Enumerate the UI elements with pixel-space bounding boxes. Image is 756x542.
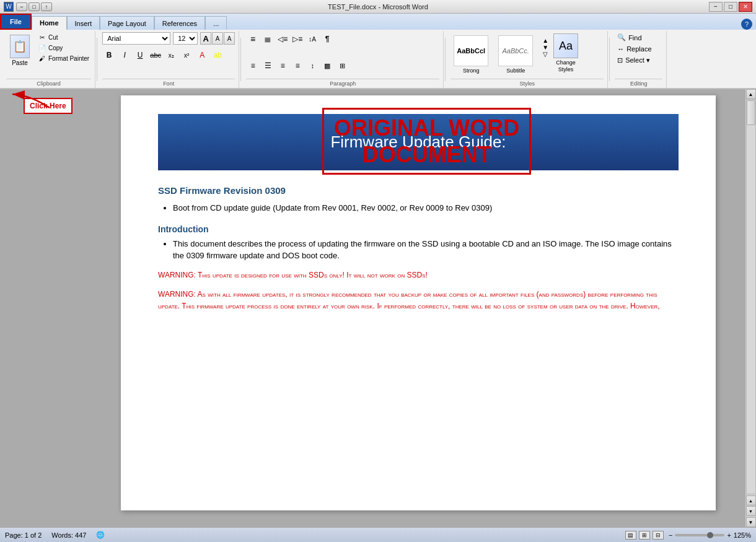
shrink-font-btn[interactable]: A — [212, 32, 223, 45]
outdent-btn[interactable]: ◁≡ — [276, 32, 289, 46]
restore-btn[interactable]: □ — [29, 2, 40, 11]
grow-font-btn[interactable]: A — [200, 32, 211, 45]
zoom-thumb — [707, 532, 713, 538]
justify-btn[interactable]: ≡ — [291, 59, 304, 72]
change-styles-button[interactable]: Aa ChangeStyles — [552, 32, 579, 74]
underline-button[interactable]: U — [133, 48, 147, 62]
show-para-btn[interactable]: ¶ — [320, 32, 334, 46]
tab-page-layout[interactable]: Page Layout — [100, 16, 154, 30]
scroll-down-small[interactable]: ▼ — [746, 506, 756, 516]
align-right-btn[interactable]: ≡ — [276, 59, 289, 72]
border-btn[interactable]: ⊞ — [335, 59, 349, 72]
font-size-select[interactable]: 12 — [173, 32, 198, 45]
paste-button[interactable]: 📋 Paste — [6, 32, 33, 77]
status-right: ▤ ⊞ ⊟ − + 125% — [625, 531, 751, 540]
bullets-btn[interactable]: ≡ — [246, 32, 260, 46]
tab-insert[interactable]: Insert — [67, 16, 100, 30]
highlight-btn[interactable]: ab — [211, 48, 224, 62]
format-painter-label: Format Painter — [48, 55, 89, 62]
font-size-btns: A A A — [200, 32, 235, 45]
select-label: Select ▾ — [625, 56, 650, 64]
align-left-btn[interactable]: ≡ — [246, 59, 260, 72]
web-layout-btn[interactable]: ⊟ — [653, 531, 664, 540]
replace-button[interactable]: ↔ Replace — [615, 44, 654, 54]
help-btn[interactable]: ? — [741, 19, 752, 30]
replace-icon: ↔ — [617, 45, 624, 53]
win-maximize-btn[interactable]: □ — [724, 2, 737, 12]
numbering-btn[interactable]: ≣ — [261, 32, 275, 46]
title-bar-left: W − □ ↑ — [4, 2, 52, 12]
left-panel: Click Here — [0, 89, 81, 527]
ribbon: File Home Insert Page Layout References … — [0, 14, 756, 89]
find-button[interactable]: 🔍 Find — [615, 32, 644, 43]
subscript-button[interactable]: x₂ — [164, 48, 178, 62]
doc-wrapper: ORIGINAL WORD DOCUMENT Firmware Update G… — [81, 89, 756, 527]
zoom-slider[interactable] — [675, 534, 724, 536]
paragraph-label: Paragraph — [246, 79, 439, 87]
font-label: Font — [102, 79, 235, 87]
bold-button[interactable]: B — [102, 48, 116, 62]
find-label: Find — [628, 34, 641, 42]
divider-2 — [240, 38, 241, 81]
copy-button[interactable]: 📄 Copy — [36, 43, 91, 53]
full-read-btn[interactable]: ⊞ — [639, 531, 650, 540]
style-subtitle[interactable]: AaBbCc. Subtitle — [495, 32, 536, 77]
paste-icon: 📋 — [10, 35, 30, 58]
styles-expand-btn[interactable]: ▽ — [543, 51, 548, 58]
clipboard-group: 📋 Paste ✂ Cut 📄 Copy 🖌 Format Painter — [2, 31, 95, 88]
vertical-scrollbar[interactable]: ▲ ▲ ▼ ▼ — [745, 89, 756, 527]
font-row-1: Arial 12 A A A — [102, 32, 235, 45]
doc-header-title: Firmware Update Guide: — [330, 133, 506, 151]
sort-btn[interactable]: ↕A — [305, 32, 319, 46]
win-minimize-btn[interactable]: − — [709, 2, 723, 12]
select-button[interactable]: ⊡ Select ▾ — [615, 55, 653, 66]
shading-btn[interactable]: ▩ — [320, 59, 334, 72]
font-name-select[interactable]: Arial — [102, 32, 170, 45]
minimize-btn[interactable]: − — [16, 2, 27, 11]
change-styles-icon: Aa — [553, 33, 578, 58]
win-close-btn[interactable]: ✕ — [739, 2, 752, 12]
align-center-btn[interactable]: ☰ — [261, 59, 275, 72]
lang-icon: 🌐 — [96, 531, 105, 539]
font-content: Arial 12 A A A B I U abc x₂ — [102, 32, 235, 77]
styles-up-btn[interactable]: ▲ — [542, 37, 548, 44]
select-icon: ⊡ — [617, 56, 623, 64]
tab-more[interactable]: ... — [205, 16, 227, 30]
scroll-up-btn[interactable]: ▲ — [746, 89, 756, 99]
zoom-out-btn[interactable]: − — [669, 531, 672, 539]
font-color-btn[interactable]: A — [195, 48, 209, 62]
document-page[interactable]: Firmware Update Guide: SSD Firmware Revi… — [121, 95, 716, 510]
scroll-track[interactable] — [746, 99, 756, 494]
title-bar: W − □ ↑ TEST_File.docx - Microsoft Word … — [0, 0, 756, 14]
scroll-thumb[interactable] — [747, 100, 755, 125]
divider-4 — [609, 38, 610, 81]
style-subtitle-label: Subtitle — [506, 68, 525, 74]
superscript-button[interactable]: x² — [180, 48, 193, 62]
zoom-in-btn[interactable]: + — [727, 531, 731, 539]
app-icon: W — [4, 2, 14, 12]
line-spacing-btn[interactable]: ↕ — [305, 59, 319, 72]
paragraph-content: ≡ ≣ ◁≡ ▷≡ ↕A ¶ ≡ ☰ ≡ ≡ ↕ ▩ ⊞ — [246, 32, 439, 77]
cut-button[interactable]: ✂ Cut — [36, 32, 91, 42]
styles-content: AaBbCcl Strong AaBbCc. Subtitle ▲ ▼ ▽ Aa — [451, 32, 604, 77]
italic-button[interactable]: I — [118, 48, 131, 62]
styles-down-btn[interactable]: ▼ — [542, 44, 548, 51]
clear-format-btn[interactable]: A — [224, 32, 235, 45]
scroll-down-btn[interactable]: ▼ — [746, 517, 756, 527]
section2-bullets: This document describes the process of u… — [173, 238, 679, 262]
win-controls: − □ ✕ — [709, 2, 752, 12]
print-layout-btn[interactable]: ▤ — [625, 531, 636, 540]
tab-home[interactable]: Home — [32, 16, 67, 30]
divider-1 — [97, 38, 97, 81]
indent-btn[interactable]: ▷≡ — [291, 32, 304, 46]
styles-group: AaBbCcl Strong AaBbCc. Subtitle ▲ ▼ ▽ Aa — [447, 31, 608, 88]
scroll-up-small[interactable]: ▲ — [746, 496, 756, 505]
tab-references[interactable]: References — [154, 16, 205, 30]
styles-arrows: ▲ ▼ ▽ — [542, 32, 548, 58]
strikethrough-button[interactable]: abc — [149, 48, 162, 62]
bullet-1: Boot from CD update guide (Update from R… — [173, 202, 679, 214]
format-painter-button[interactable]: 🖌 Format Painter — [36, 53, 91, 63]
maximize-btn[interactable]: ↑ — [41, 2, 52, 11]
style-strong[interactable]: AaBbCcl Strong — [451, 32, 491, 77]
tab-file[interactable]: File — [0, 14, 32, 30]
